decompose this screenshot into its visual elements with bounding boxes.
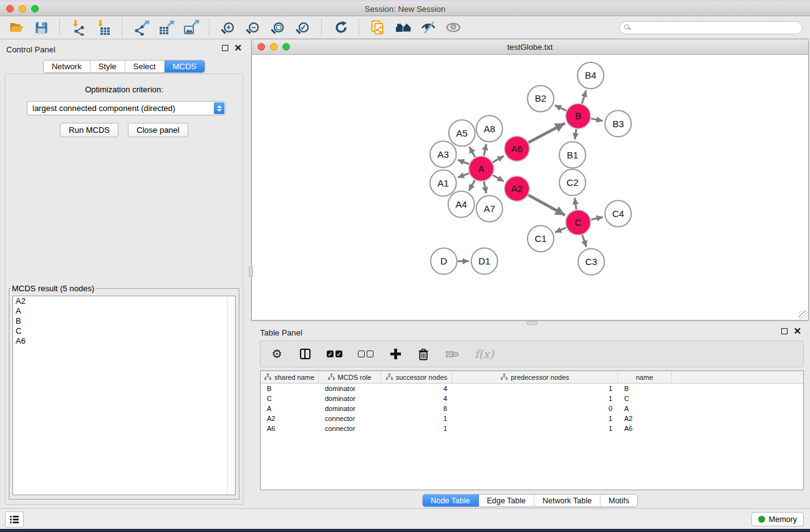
- show-columns-button[interactable]: [299, 349, 311, 359]
- table-row[interactable]: Adominator80A: [261, 404, 803, 414]
- delete-column-button[interactable]: [417, 348, 430, 360]
- table-row[interactable]: Bdominator41B: [261, 384, 803, 394]
- graph-edge-B-B3[interactable]: [591, 118, 603, 121]
- table-cell[interactable]: A: [261, 404, 319, 414]
- tab-select[interactable]: Select: [125, 60, 165, 72]
- zoom-in-button[interactable]: +: [218, 18, 239, 37]
- graph-edge-B-B2[interactable]: [555, 105, 566, 111]
- table-cell[interactable]: 0: [453, 404, 618, 414]
- graph-node-B[interactable]: B: [566, 104, 591, 128]
- resize-grip-icon[interactable]: [799, 311, 808, 319]
- function-builder-button[interactable]: f(x): [475, 347, 494, 360]
- zoom-fit-button[interactable]: [268, 18, 289, 37]
- table-cell[interactable]: A: [618, 404, 672, 414]
- mcds-result-item[interactable]: A: [13, 306, 235, 316]
- table-cell[interactable]: 1: [453, 414, 618, 423]
- graph-edge-A-A1[interactable]: [458, 173, 469, 178]
- graph-node-A4[interactable]: A4: [448, 191, 475, 218]
- show-all-button[interactable]: [443, 18, 463, 37]
- refresh-button[interactable]: [330, 18, 351, 37]
- table-cell[interactable]: 1: [381, 423, 453, 433]
- tab-network[interactable]: Network: [44, 60, 90, 72]
- graph-node-A7[interactable]: A7: [476, 196, 503, 222]
- graph-node-C1[interactable]: C1: [528, 226, 554, 252]
- graph-edge-B-B4[interactable]: [582, 90, 586, 104]
- table-cell[interactable]: B: [261, 384, 319, 394]
- hide-selected-button[interactable]: [418, 18, 438, 37]
- graph-edge-C-C4[interactable]: [591, 217, 603, 220]
- graph-edge-A-A6[interactable]: [493, 156, 504, 162]
- memory-button[interactable]: Memory: [751, 512, 804, 526]
- graph-node-A[interactable]: A: [469, 156, 494, 181]
- select-all-columns-button[interactable]: ✓ ✓: [327, 351, 342, 357]
- tab-style[interactable]: Style: [90, 60, 125, 72]
- delete-table-button[interactable]: [445, 350, 459, 359]
- table-cell[interactable]: C: [618, 394, 672, 404]
- open-session-button[interactable]: [6, 18, 27, 37]
- graph-edge-A-A2[interactable]: [493, 175, 504, 181]
- table-cell[interactable]: 4: [381, 394, 453, 404]
- search-input[interactable]: [619, 21, 803, 34]
- mcds-result-item[interactable]: C: [13, 326, 235, 336]
- graph-node-A8[interactable]: A8: [476, 115, 503, 142]
- save-session-button[interactable]: [31, 18, 52, 37]
- export-table-button[interactable]: [156, 18, 176, 37]
- graph-node-A2[interactable]: A2: [504, 176, 529, 201]
- table-cell[interactable]: dominator: [319, 404, 381, 414]
- network-window-titlebar[interactable]: testGlobe.txt: [252, 39, 808, 55]
- zoom-selected-button[interactable]: ✓: [293, 18, 314, 37]
- network-canvas[interactable]: B4B2BB3A8A5A6B1A3AA1C2A2A4A7C4CC1C3DD1: [253, 56, 808, 319]
- add-column-button[interactable]: [389, 348, 402, 360]
- graph-edge-A2-C[interactable]: [528, 195, 565, 215]
- graph-node-B4[interactable]: B4: [577, 62, 604, 89]
- table-cell[interactable]: A6: [618, 423, 672, 433]
- graph-node-A3[interactable]: A3: [430, 141, 456, 167]
- table-cell[interactable]: 8: [381, 404, 453, 414]
- float-panel-icon[interactable]: [222, 45, 228, 51]
- scrollbar-track[interactable]: [227, 296, 235, 495]
- mcds-result-item[interactable]: A2: [13, 296, 235, 306]
- tab-motifs[interactable]: Motifs: [600, 495, 637, 506]
- table-cell[interactable]: B: [618, 384, 672, 394]
- table-cell[interactable]: connector: [319, 423, 381, 433]
- split-divider-handle[interactable]: [249, 266, 253, 277]
- table-cell[interactable]: C: [261, 394, 319, 404]
- graph-node-C3[interactable]: C3: [578, 249, 604, 275]
- float-table-panel-icon[interactable]: [781, 328, 788, 334]
- tab-mcds[interactable]: MCDS: [165, 60, 205, 72]
- graph-node-A1[interactable]: A1: [430, 170, 456, 196]
- table-cell[interactable]: 1: [453, 384, 618, 394]
- graph-node-C[interactable]: C: [566, 210, 591, 235]
- criterion-select[interactable]: largest connected component (directed): [27, 101, 226, 115]
- close-panel-icon[interactable]: ✕: [234, 45, 242, 51]
- table-row[interactable]: A6connector11A6: [261, 423, 803, 433]
- graph-edge-C-C2[interactable]: [575, 198, 577, 209]
- graph-node-B2[interactable]: B2: [528, 85, 554, 112]
- table-row[interactable]: A2connector11A2: [261, 414, 803, 423]
- column-header-shared-name[interactable]: shared name: [261, 371, 319, 383]
- table-cell[interactable]: 4: [381, 384, 453, 394]
- zoom-out-button[interactable]: −: [243, 18, 264, 37]
- graph-node-B1[interactable]: B1: [559, 142, 586, 168]
- tab-network-table[interactable]: Network Table: [534, 495, 600, 506]
- graph-node-A5[interactable]: A5: [449, 120, 475, 146]
- table-cell[interactable]: A2: [261, 414, 319, 423]
- graph-node-A6[interactable]: A6: [504, 136, 529, 161]
- tab-edge-table[interactable]: Edge Table: [479, 495, 534, 506]
- table-cell[interactable]: dominator: [319, 394, 381, 404]
- column-header-name[interactable]: name: [618, 371, 672, 383]
- graph-node-C2[interactable]: C2: [559, 169, 586, 195]
- graph-edge-A-A5[interactable]: [470, 147, 475, 157]
- table-cell[interactable]: A6: [261, 423, 319, 433]
- graph-node-C4[interactable]: C4: [605, 201, 631, 227]
- close-table-panel-icon[interactable]: ✕: [793, 328, 801, 334]
- export-image-button[interactable]: [181, 18, 201, 37]
- table-cell[interactable]: 1: [453, 423, 618, 433]
- deselect-all-columns-button[interactable]: [358, 351, 374, 357]
- column-header-successor-nodes[interactable]: successor nodes: [381, 371, 453, 383]
- graph-node-D[interactable]: D: [431, 248, 457, 274]
- table-cell[interactable]: A2: [618, 414, 672, 423]
- graph-edge-C-C1[interactable]: [555, 228, 566, 233]
- graph-edge-A-A4[interactable]: [469, 180, 475, 191]
- task-history-button[interactable]: [5, 511, 24, 528]
